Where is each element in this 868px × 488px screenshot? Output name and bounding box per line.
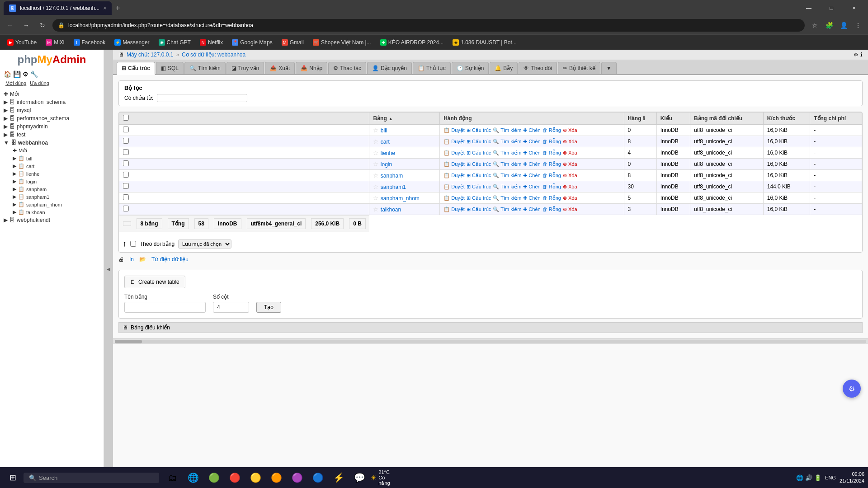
taskbar-app-1[interactable]: 🔴 [225,468,244,487]
delete-link[interactable]: ⊗ Xóa [563,195,577,201]
sidebar-new-button[interactable]: ✚ Mới [0,90,104,98]
tab-dacquyen[interactable]: 👤 Đặc quyền [367,62,412,74]
search-link[interactable]: 🔍 Tìm kiếm [493,206,521,212]
taskbar-app-6[interactable]: ⚡ [329,468,348,487]
tab-thutuc[interactable]: 📋 Thủ tục [413,62,451,74]
browse-link[interactable]: 📋 Duyệt [443,206,465,212]
search-link[interactable]: 🔍 Tìm kiếm [493,161,521,167]
sidebar-table-cart[interactable]: ▶ 📋 cart [0,162,104,170]
browser-tab[interactable]: 🗄 localhost / 127.0.0.1 / webbanh... × [4,1,112,15]
tab-sql[interactable]: ◧ SQL [156,62,184,74]
tab-timkiem[interactable]: 🔍 Tìm kiếm [184,62,226,74]
star-icon[interactable]: ☆ [808,19,821,32]
info-icon[interactable]: ℹ [860,52,863,58]
tab-theodoi[interactable]: 👁 Theo dõi [519,62,557,74]
delete-link[interactable]: ⊗ Xóa [563,184,577,190]
star-icon[interactable]: ☆ [373,149,379,156]
taskbar-app-3[interactable]: 🟠 [267,468,286,487]
browse-link[interactable]: 📋 Duyệt [443,127,465,133]
create-table-submit-button[interactable]: Tạo [256,302,281,313]
bookmark-crypto[interactable]: ◈ 1.036 DIAUSDT | Bot... [449,38,520,47]
table-name-link[interactable]: cart [381,139,390,145]
close-button[interactable]: × [844,1,864,15]
browse-link[interactable]: 📋 Duyệt [443,184,465,190]
breadcrumb-db[interactable]: Cơ sở dữ liệu: webbanhoa [182,52,245,58]
refresh-button[interactable]: ↻ [36,19,49,32]
empty-link[interactable]: 🗑 Rỗng [542,195,561,201]
fav-button[interactable]: Ưa dùng [30,80,49,86]
extensions-icon[interactable]: 🧩 [823,19,835,32]
insert-link[interactable]: ✚ Chèn [523,195,540,201]
sidebar-item-information-schema[interactable]: ▶ 🗄 information_schema [0,98,104,106]
col-count-input[interactable]: 4 [213,302,249,313]
bookmark-keo[interactable]: ✚ KÉO AIRDROP 2024... [377,38,448,47]
language-display[interactable]: ENG [825,475,836,480]
table-name-link[interactable]: lienhe [381,150,395,156]
action-select[interactable]: Lưu mục đã chọn [178,239,231,249]
browse-link[interactable]: 📋 Duyệt [443,139,465,145]
search-link[interactable]: 🔍 Tìm kiếm [493,173,521,178]
sidebar-item-performance-schema[interactable]: ▶ 🗄 performance_schema [0,114,104,122]
battery-icon[interactable]: 🔋 [814,474,821,481]
panel-label[interactable]: Bảng điều khiển [131,324,170,331]
table-name-link[interactable]: taikhoan [381,206,401,213]
monitor-checkbox[interactable] [130,241,136,247]
sort-icon[interactable]: ▲ [388,116,393,121]
sidebar-item-phpmyadmin[interactable]: ▶ 🗄 phpmyadmin [0,122,104,131]
print-link[interactable]: In [129,256,134,263]
create-new-table-button[interactable]: 🗒 Create new table [124,276,185,288]
import-link[interactable]: Từ điện dữ liệu [151,256,189,263]
structure-link[interactable]: ⊞ Cấu trúc [467,195,491,201]
structure-link[interactable]: ⊞ Cấu trúc [467,161,491,167]
insert-link[interactable]: ✚ Chèn [523,139,540,145]
tab-more[interactable]: ▼ [601,62,617,74]
search-link[interactable]: 🔍 Tìm kiếm [493,139,521,145]
browse-link[interactable]: 📋 Duyệt [443,173,465,178]
star-icon[interactable]: ☆ [373,183,379,190]
delete-link[interactable]: ⊗ Xóa [563,161,577,167]
search-link[interactable]: 🔍 Tìm kiếm [493,195,521,201]
bookmark-chatgpt[interactable]: ◉ Chat GPT [155,38,194,47]
horizontal-scrollbar[interactable] [113,338,868,344]
taskbar-weather[interactable]: ☀ 21°C Có nắng [371,468,390,487]
star-icon[interactable]: ☆ [373,194,379,202]
structure-link[interactable]: ⊞ Cấu trúc [467,173,491,178]
sidebar-table-sanpham[interactable]: ▶ 📋 sanpham [0,185,104,193]
delete-link[interactable]: ⊗ Xóa [563,206,577,212]
taskbar-app-explorer[interactable]: 🗂 [163,468,182,487]
table-name-link[interactable]: bill [381,127,387,134]
sidebar-item-test[interactable]: ▶ 🗄 test [0,131,104,139]
delete-link[interactable]: ⊗ Xóa [563,150,577,156]
sidebar-table-login[interactable]: ▶ 📋 login [0,178,104,185]
insert-link[interactable]: ✚ Chèn [523,150,540,156]
structure-link[interactable]: ⊞ Cấu trúc [467,150,491,156]
tab-truyvam[interactable]: ◪ Truy vấn [226,62,264,74]
sidebar-item-mysql[interactable]: ▶ 🗄 mysql [0,106,104,114]
hang-info-icon[interactable]: ℹ [643,115,645,122]
sidebar-table-new[interactable]: ✚ Mới [0,147,104,155]
row-checkbox[interactable] [123,138,129,144]
bookmark-facebook[interactable]: f Facebook [70,38,109,47]
sidebar-gear-icon[interactable]: ⚙ [23,70,28,78]
float-action-button[interactable]: ⚙ [843,380,861,398]
row-checkbox[interactable] [123,172,129,178]
taskbar-app-2[interactable]: 🟡 [246,468,265,487]
star-icon[interactable]: ☆ [373,160,379,168]
sidebar-home-icon[interactable]: 🏠 [4,70,11,78]
tab-sukien[interactable]: 🕐 Sự kiện [452,62,489,74]
scrollbar-track[interactable] [115,340,866,343]
structure-link[interactable]: ⊞ Cấu trúc [467,184,491,190]
table-name-link[interactable]: login [381,161,392,168]
structure-link[interactable]: ⊞ Cấu trúc [467,206,491,212]
new-tab-button[interactable]: + [113,2,122,15]
sidebar-table-bill[interactable]: ▶ 📋 bill [0,155,104,162]
empty-link[interactable]: 🗑 Rỗng [542,173,561,178]
select-up-icon[interactable]: ↑ [123,239,127,249]
delete-link[interactable]: ⊗ Xóa [563,127,577,133]
tab-close[interactable]: × [103,5,106,11]
table-name-link[interactable]: sanpham_nhom [381,195,420,202]
star-icon[interactable]: ☆ [373,172,379,179]
delete-link[interactable]: ⊗ Xóa [563,173,577,178]
delete-link[interactable]: ⊗ Xóa [563,139,577,145]
menu-icon[interactable]: ⋮ [852,19,864,32]
